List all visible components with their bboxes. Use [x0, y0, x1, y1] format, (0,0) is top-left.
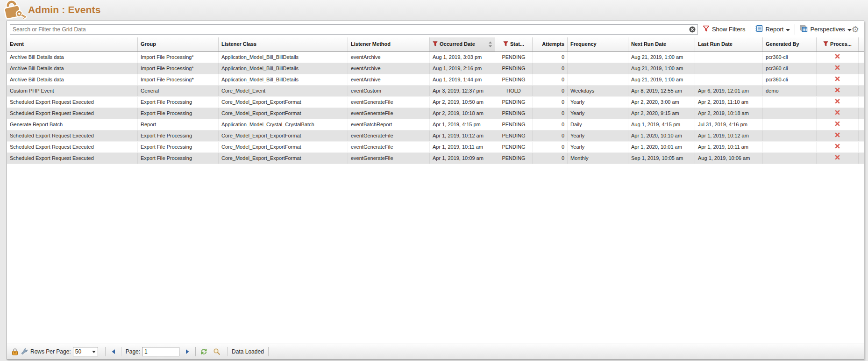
- grid-cell: [817, 74, 859, 85]
- grid-cell: pcr360-cli: [763, 52, 817, 63]
- grid-cell: Export File Processing: [138, 130, 219, 141]
- grid-cell: Aug 1, 2019, 1:44 pm: [430, 74, 495, 85]
- grid-cell: Apr 1, 2019, 10:12 am: [430, 130, 495, 141]
- next-page-button[interactable]: [185, 349, 190, 354]
- grid-cell: Custom PHP Event: [7, 86, 138, 96]
- column-header-group[interactable]: Group: [138, 37, 219, 51]
- grid-cell: PENDING: [495, 63, 533, 74]
- column-header-listener-class[interactable]: Listener Class: [219, 37, 348, 51]
- not-processed-x-icon: [834, 87, 840, 93]
- grid-cell: Apr 1, 2019, 10:11 am: [695, 142, 763, 152]
- table-row[interactable]: Scheduled Export Request ExecutedExport …: [7, 142, 864, 153]
- table-row[interactable]: Scheduled Export Request ExecutedExport …: [7, 153, 864, 164]
- table-row[interactable]: Scheduled Export Request ExecutedExport …: [7, 130, 864, 142]
- grid-cell: Core_Model_Export_ExportFormat: [219, 97, 348, 108]
- column-header-last-run-date[interactable]: Last Run Date: [695, 37, 763, 51]
- table-row[interactable]: Generate Report BatchReportApplication_M…: [7, 119, 864, 130]
- search-input[interactable]: [10, 24, 698, 35]
- grid-cell: Apr 1, 2019, 10:09 am: [430, 153, 495, 164]
- column-header-proces[interactable]: Proces...: [817, 37, 859, 51]
- not-processed-x-icon: [834, 76, 840, 82]
- report-button[interactable]: Report: [755, 25, 790, 34]
- grid-cell: Core_Model_Export_ExportFormat: [219, 142, 348, 152]
- column-header-generated-by[interactable]: Generated By: [763, 37, 817, 51]
- grid-cell: [817, 63, 859, 74]
- filter-funnel-icon: [703, 25, 710, 33]
- grid-cell: Apr 6, 2019, 12:01 am: [695, 86, 763, 96]
- grid-cell: HOLD: [495, 86, 533, 96]
- grid-cell: Apr 2, 2020, 9:15 am: [628, 108, 695, 119]
- grid-cell: Core_Model_Export_ExportFormat: [219, 130, 348, 141]
- table-row[interactable]: Archive Bill Details dataImport File Pro…: [7, 63, 864, 74]
- show-filters-button[interactable]: Show Filters: [703, 25, 746, 33]
- filter-icon: [503, 41, 508, 47]
- table-row[interactable]: Custom PHP EventGeneralCore_Model_Evente…: [7, 86, 864, 97]
- grid-cell: demo: [763, 86, 817, 96]
- previous-page-button[interactable]: [111, 349, 116, 354]
- column-header-event[interactable]: Event: [7, 37, 138, 51]
- footer-separator: [195, 347, 196, 356]
- grid-cell: Aug 21, 2019, 1:00 am: [628, 63, 695, 74]
- grid-cell: Jul 31, 2019, 4:16 pm: [695, 119, 763, 130]
- column-header-next-run-date[interactable]: Next Run Date: [628, 37, 695, 51]
- gear-icon[interactable]: ⚙: [852, 25, 859, 34]
- page-number-input[interactable]: [142, 347, 179, 356]
- not-processed-x-icon: [834, 99, 840, 104]
- column-header-attempts[interactable]: Attempts: [533, 37, 568, 51]
- row-gutter: [859, 130, 864, 141]
- grid-cell: Yearly: [568, 97, 628, 108]
- grid-cell: Application_Model_Bill_BillDetails: [219, 74, 348, 85]
- perspectives-icon: [800, 25, 808, 34]
- rows-per-page-select[interactable]: 50: [73, 347, 98, 356]
- grid-cell: Apr 2, 2019, 11:10 am: [695, 97, 763, 108]
- status-text: Data Loaded: [232, 348, 264, 355]
- grid-cell: Archive Bill Details data: [7, 63, 138, 74]
- column-header-stat[interactable]: Stat...: [495, 37, 533, 51]
- column-header-listener-method[interactable]: Listener Method: [348, 37, 430, 51]
- grid-cell: Aug 1, 2019, 10:06 am: [695, 153, 763, 164]
- chevron-down-icon: [92, 351, 96, 353]
- lock-icon[interactable]: [12, 348, 18, 355]
- row-gutter: [859, 97, 864, 108]
- not-processed-x-icon: [834, 54, 840, 59]
- grid-cell: [817, 142, 859, 152]
- refresh-icon[interactable]: [200, 348, 208, 355]
- wrench-icon[interactable]: [21, 348, 28, 355]
- table-row[interactable]: Scheduled Export Request ExecutedExport …: [7, 108, 864, 119]
- grid-cell: Application_Model_Bill_BillDetails: [219, 63, 348, 74]
- grid-cell: [763, 153, 817, 164]
- grid-cell: [763, 130, 817, 141]
- row-gutter: [859, 108, 864, 119]
- not-processed-x-icon: [834, 155, 840, 160]
- grid-cell: PENDING: [495, 97, 533, 108]
- grid-body: Archive Bill Details dataImport File Pro…: [7, 52, 864, 164]
- grid-cell: [695, 63, 763, 74]
- grid-cell: Application_Model_Bill_BillDetails: [219, 52, 348, 63]
- grid-empty-area: [7, 164, 864, 344]
- column-header-label: Proces...: [830, 41, 852, 47]
- rows-per-page-label: Rows Per Page:: [30, 348, 71, 355]
- grid-cell: Core_Model_Event: [219, 86, 348, 96]
- table-row[interactable]: Scheduled Export Request ExecutedExport …: [7, 97, 864, 108]
- toolbar-separator: [795, 24, 795, 35]
- app-header: Admin : Events: [0, 0, 868, 21]
- grid-cell: [568, 74, 628, 85]
- column-header-occurred-date[interactable]: Occurred Date: [430, 37, 495, 51]
- filter-icon: [823, 41, 828, 47]
- column-header-label: Stat...: [510, 41, 524, 47]
- grid-footer: Rows Per Page: 50 Page: Da: [7, 344, 864, 359]
- column-header-frequency[interactable]: Frequency: [568, 37, 628, 51]
- grid-cell: Aug 21, 2019, 1:00 am: [628, 52, 695, 63]
- toolbar-separator: [750, 24, 750, 35]
- clear-search-icon[interactable]: [689, 26, 696, 33]
- perspectives-button[interactable]: Perspectives: [800, 25, 851, 34]
- not-processed-x-icon: [834, 65, 840, 71]
- grid-cell: Apr 1, 2020, 10:10 am: [628, 130, 695, 141]
- grid-cell: PENDING: [495, 130, 533, 141]
- grid-cell: eventCustom: [348, 86, 430, 96]
- grid-cell: 0: [533, 119, 568, 130]
- search-grid-icon[interactable]: [213, 348, 221, 355]
- table-row[interactable]: Archive Bill Details dataImport File Pro…: [7, 52, 864, 63]
- table-row[interactable]: Archive Bill Details dataImport File Pro…: [7, 74, 864, 86]
- footer-separator: [121, 347, 121, 356]
